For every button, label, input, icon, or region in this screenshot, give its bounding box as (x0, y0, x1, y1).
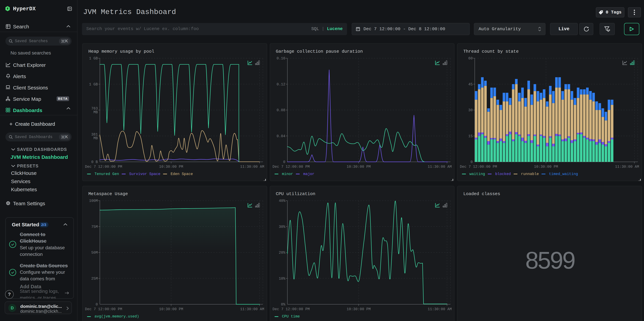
svg-text:0: 0 (470, 160, 473, 164)
svg-text:Dec 7 12:00:00 PM: Dec 7 12:00:00 PM (460, 165, 497, 169)
svg-text:30: 30 (468, 108, 473, 112)
svg-text:0 B: 0 B (91, 160, 98, 164)
svg-text:25M: 25M (91, 277, 98, 281)
svg-text:45: 45 (468, 82, 473, 86)
svg-text:11:30:00 AM: 11:30:00 AM (240, 165, 264, 169)
svg-text:75M: 75M (91, 225, 98, 229)
svg-text:Dec 7 12:00:00 PM: Dec 7 12:00:00 PM (272, 307, 310, 311)
svg-text:15: 15 (468, 134, 473, 138)
svg-text:0.04: 0.04 (276, 134, 285, 138)
svg-text:MB: MB (94, 136, 98, 140)
svg-text:50M: 50M (91, 251, 98, 255)
svg-text:Dec 7 12:00:00 PM: Dec 7 12:00:00 PM (272, 165, 310, 169)
svg-text:0.08: 0.08 (276, 108, 285, 112)
svg-text:0: 0 (96, 303, 98, 307)
svg-text:40%: 40% (279, 199, 285, 203)
svg-text:11:30:00 AM: 11:30:00 AM (428, 165, 452, 169)
svg-text:10%: 10% (279, 277, 285, 281)
svg-text:0.12: 0.12 (276, 82, 285, 86)
svg-text:30%: 30% (279, 225, 285, 229)
svg-text:1 GB: 1 GB (89, 82, 98, 86)
svg-text:10:30:00 PM: 10:30:00 PM (346, 165, 370, 169)
svg-text:10:30:00 PM: 10:30:00 PM (159, 165, 183, 169)
svg-text:0: 0 (283, 160, 285, 164)
svg-text:763: 763 (91, 106, 98, 111)
svg-text:20%: 20% (279, 251, 285, 255)
svg-text:10:30:00 PM: 10:30:00 PM (534, 165, 558, 169)
svg-text:0.16: 0.16 (276, 56, 285, 60)
svg-text:11:30:00 AM: 11:30:00 AM (615, 165, 639, 169)
svg-text:381: 381 (91, 132, 98, 136)
svg-text:10:30:00 PM: 10:30:00 PM (159, 307, 183, 311)
svg-text:Dec 7 12:00:00 PM: Dec 7 12:00:00 PM (85, 165, 122, 169)
svg-text:100M: 100M (89, 199, 98, 203)
svg-text:Dec 7 12:00:00 PM: Dec 7 12:00:00 PM (85, 307, 122, 311)
svg-text:1 GB: 1 GB (89, 56, 98, 60)
svg-text:MB: MB (94, 110, 98, 114)
svg-text:60: 60 (468, 56, 473, 60)
svg-text:11:30:00 AM: 11:30:00 AM (240, 307, 264, 311)
svg-text:10:30:00 PM: 10:30:00 PM (346, 307, 370, 311)
svg-text:0%: 0% (281, 303, 285, 307)
svg-text:11:30:00 AM: 11:30:00 AM (428, 307, 452, 311)
